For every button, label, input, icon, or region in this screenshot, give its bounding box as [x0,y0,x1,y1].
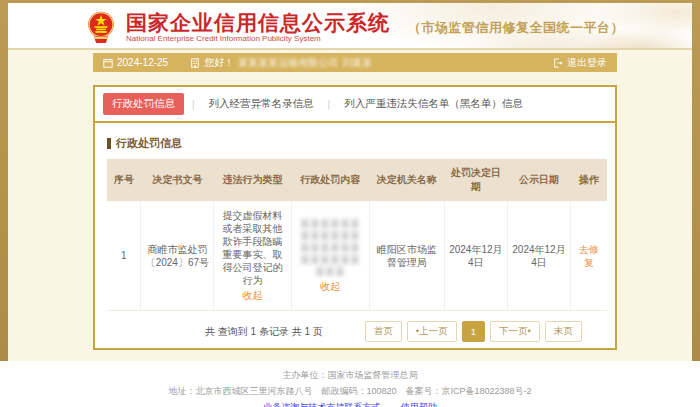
company-name-masked: 某某某某运输有限公司 [238,56,338,70]
cell-authority: 睢阳区市场监督管理局 [369,201,444,311]
section-heading-marker [107,138,111,149]
page-1-button[interactable]: 1 [462,321,485,342]
user-greeting: 您好！ 某某某某运输有限公司 刘某某 [190,56,376,70]
pagination: 共 查询到 1 条记录 共 1 页 首页 •上一页 1 下一页• 末页 [95,321,615,342]
last-page-button[interactable]: 末页 [545,321,582,342]
violation-type-text: 提交虚假材料或者采取其他欺诈手段隐瞒重要事实、取得公司登记的行为 [223,210,283,286]
platform-note: （市场监管信用修复全国统一平台） [408,19,624,37]
table-row: 1 商睢市监处罚〔2024〕67号 提交虚假材料或者采取其他欺诈手段隐瞒重要事实… [107,201,607,311]
prev-page-button[interactable]: •上一页 [407,321,457,342]
user-bar: 2024-12-25 您好！ 某某某某运输有限公司 刘某某 退出登录 [93,53,617,72]
logout-icon [553,58,563,68]
header: 国家企业信用信息公示系统 National Enterprise Credit … [8,3,692,50]
pagination-buttons: 首页 •上一页 1 下一页• 末页 [365,321,582,342]
building-icon [190,58,200,68]
collapse-penalty-link[interactable]: 收起 [320,280,340,293]
footer: 主办单位：国家市场监督管理总局 地址：北京市西城区三里河东路八号 邮政编码：10… [0,361,700,407]
tab-divider: | [328,99,331,110]
collapse-violation-link[interactable]: 收起 [243,289,263,302]
penalty-table: 序号 决定书文号 违法行为类型 行政处罚内容 决定机关名称 处罚决定日期 公示日… [107,159,607,311]
col-header-penalty-content: 行政处罚内容 [291,159,369,201]
brand-titles: 国家企业信用信息公示系统 National Enterprise Credit … [126,11,390,44]
brand: 国家企业信用信息公示系统 National Enterprise Credit … [85,10,624,44]
cell-publish-date: 2024年12月4日 [507,201,570,311]
col-header-violation-type: 违法行为类型 [214,159,292,201]
current-date: 2024-12-25 [103,57,168,68]
col-header-decision-date: 处罚决定日期 [444,159,507,201]
pagination-summary: 共 查询到 1 条记录 共 1 页 [205,325,323,339]
section-heading: 行政处罚信息 [107,136,603,151]
logout-label: 退出登录 [567,56,607,70]
tab-bar: 行政处罚信息 | 列入经营异常名录信息 | 列入严重违法失信名单（黑名单）信息 [95,87,615,123]
col-header-index: 序号 [107,159,141,201]
cell-index: 1 [107,201,141,311]
site-title: 国家企业信用信息公示系统 [126,11,390,34]
cell-doc-no: 商睢市监处罚〔2024〕67号 [141,201,214,311]
footer-address: 地址：北京市西城区三里河东路八号 邮政编码：100820 备案号：京ICP备18… [0,385,700,398]
site-subtitle: National Enterprise Credit Information P… [126,34,390,44]
date-text: 2024-12-25 [117,57,168,68]
next-page-button[interactable]: 下一页• [490,321,540,342]
go-repair-link[interactable]: 去修复 [575,243,603,269]
col-header-publish-date: 公示日期 [507,159,570,201]
calendar-icon [103,58,113,68]
logout-button[interactable]: 退出登录 [553,56,607,70]
table-header-row: 序号 决定书文号 违法行为类型 行政处罚内容 决定机关名称 处罚决定日期 公示日… [107,159,607,201]
col-header-authority: 决定机关名称 [369,159,444,201]
tab-abnormal-operations[interactable]: 列入经营异常名录信息 [203,93,320,115]
tab-serious-illegal-blacklist[interactable]: 列入严重违法失信名单（黑名单）信息 [338,93,529,115]
user-name-masked: 刘某某 [342,56,372,70]
cell-penalty-content: 某某某某某某某某某某某某某某某某某某某某某某某某某某某 收起 [291,201,369,311]
col-header-doc-no: 决定书文号 [141,159,214,201]
tab-administrative-penalty[interactable]: 行政处罚信息 [103,93,184,115]
cell-violation-type: 提交虚假材料或者采取其他欺诈手段隐瞒重要事实、取得公司登记的行为 收起 [214,201,292,311]
cell-decision-date: 2024年12月4日 [444,201,507,311]
footer-links: 业务咨询与技术支持联系方式 使用帮助 [0,401,700,407]
penalty-content-masked: 某某某某某某某某某某某某某某某某某某某某某某某某某某某 [296,218,365,278]
national-emblem-logo [85,10,117,44]
greeting-prefix: 您好！ [204,56,234,70]
cell-action: 去修复 [571,201,607,311]
help-link[interactable]: 使用帮助 [401,402,437,407]
support-contact-link[interactable]: 业务咨询与技术支持联系方式 [263,402,380,407]
first-page-button[interactable]: 首页 [365,321,402,342]
main-panel: 行政处罚信息 | 列入经营异常名录信息 | 列入严重违法失信名单（黑名单）信息 … [93,85,617,350]
col-header-action: 操作 [571,159,607,201]
section-heading-label: 行政处罚信息 [116,136,182,151]
tab-divider: | [192,99,195,110]
footer-organizer: 主办单位：国家市场监督管理总局 [0,369,700,382]
